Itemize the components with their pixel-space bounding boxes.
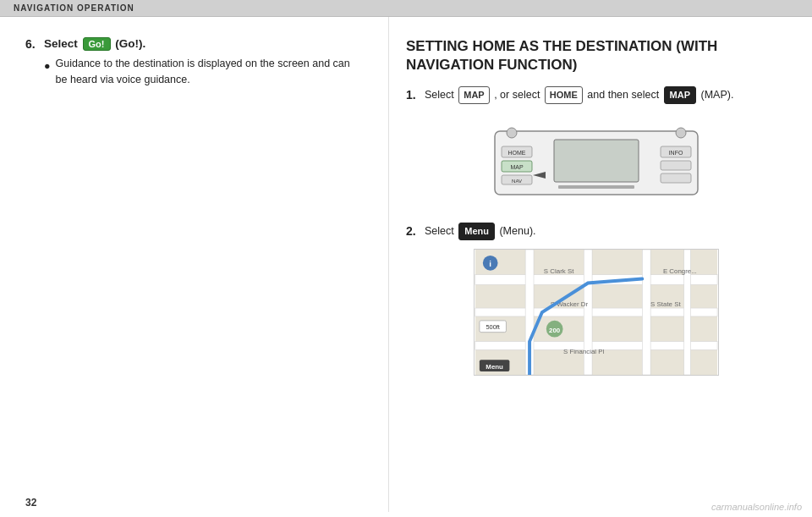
- svg-rect-18: [475, 308, 717, 316]
- step-1-number: 1.: [406, 86, 420, 104]
- svg-text:500ft: 500ft: [486, 323, 499, 331]
- step-2-number: 2.: [406, 223, 420, 240]
- top-bar-label: NAVIGATION OPERATION: [14, 3, 134, 13]
- svg-rect-11: [661, 173, 691, 183]
- step-6-body: ● Guidance to the destination is display…: [44, 56, 363, 88]
- svg-text:S State St: S State St: [650, 300, 681, 308]
- bullet-dot: ●: [44, 58, 51, 88]
- map-button-inline-1: MAP: [458, 86, 489, 104]
- map-button-inline-2: MAP: [664, 86, 696, 104]
- svg-text:i: i: [489, 259, 491, 268]
- step-2-row: 2. Select Menu (Menu).: [406, 223, 787, 240]
- step-6-bullet-text: Guidance to the destination is displayed…: [56, 56, 363, 88]
- svg-text:INFO: INFO: [669, 150, 683, 156]
- svg-rect-22: [642, 250, 650, 375]
- step-1-map-paren: (MAP).: [701, 89, 734, 101]
- svg-text:200: 200: [549, 327, 561, 334]
- radio-image-container: HOME MAP NAV INFO: [406, 114, 787, 207]
- step-1-or: , or select: [494, 89, 540, 101]
- svg-rect-14: [558, 185, 634, 189]
- svg-text:E Congre...: E Congre...: [663, 267, 697, 275]
- step-1-content: Select MAP , or select HOME and then sel…: [425, 86, 733, 104]
- step-6-select-label: Select: [44, 37, 78, 50]
- home-button-inline: HOME: [545, 86, 583, 104]
- svg-text:S Financial Pl: S Financial Pl: [563, 349, 604, 356]
- svg-text:S Clark St: S Clark St: [544, 267, 574, 275]
- top-bar: NAVIGATION OPERATION: [0, 0, 812, 17]
- svg-point-12: [507, 128, 517, 138]
- menu-button-inline: Menu: [458, 223, 495, 240]
- step-6-go-paren: (Go!).: [115, 37, 145, 50]
- page-number: 32: [25, 497, 36, 509]
- svg-rect-1: [554, 140, 639, 182]
- step-2-select: Select: [425, 225, 454, 237]
- section-heading: SETTING HOME AS THE DESTINATION (WITH NA…: [406, 37, 787, 74]
- step-2-menu-paren: (Menu).: [499, 225, 535, 237]
- go-button-inline: Go!: [83, 37, 111, 51]
- step-6-bullet: ● Guidance to the destination is display…: [44, 56, 363, 88]
- step-6-title: 6. Select Go! (Go!).: [25, 37, 363, 51]
- content-area: 6. Select Go! (Go!). ● Guidance to the d…: [0, 17, 812, 512]
- svg-rect-10: [661, 161, 691, 170]
- step-1-row: 1. Select MAP , or select HOME and then …: [406, 86, 787, 104]
- svg-point-13: [676, 128, 686, 138]
- svg-text:MAP: MAP: [510, 164, 524, 170]
- step-1-then: and then select: [587, 89, 659, 101]
- left-column: 6. Select Go! (Go!). ● Guidance to the d…: [0, 17, 389, 512]
- svg-text:Menu: Menu: [486, 363, 503, 371]
- map-image: S Clark St E Congre... S Wacker Dr S Sta…: [474, 249, 719, 376]
- step-6-number: 6.: [25, 37, 39, 51]
- svg-text:HOME: HOME: [508, 150, 526, 156]
- radio-image: HOME MAP NAV INFO: [486, 114, 706, 207]
- map-image-container: S Clark St E Congre... S Wacker Dr S Sta…: [406, 249, 787, 376]
- svg-text:NAV: NAV: [512, 179, 522, 184]
- svg-rect-21: [584, 250, 592, 375]
- step-2-content: Select Menu (Menu).: [425, 223, 536, 240]
- right-column: SETTING HOME AS THE DESTINATION (WITH NA…: [389, 17, 812, 512]
- step-6-text: Select Go! (Go!).: [44, 37, 145, 51]
- watermark: carmanualsonline.info: [711, 502, 802, 512]
- step-1-select: Select: [425, 89, 454, 101]
